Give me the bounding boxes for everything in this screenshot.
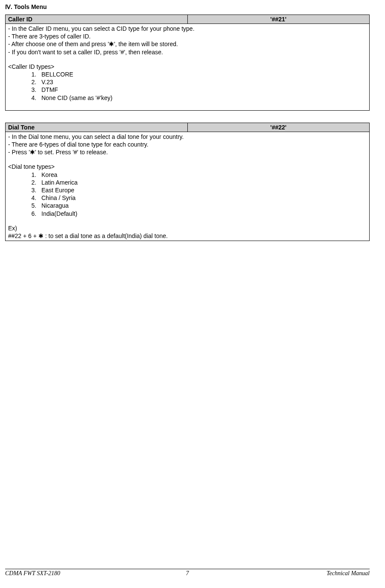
body-line: - There are 3-types of caller ID. <box>8 32 367 40</box>
list-item: Korea <box>38 171 367 179</box>
body-cell: - In the Caller ID menu, you can select … <box>6 24 370 111</box>
footer-right: Technical Manual <box>327 570 370 577</box>
header-left-cell: Dial Tone <box>6 123 188 132</box>
body-line: - There are 6-types of dial tone type fo… <box>8 141 367 148</box>
footer-page-number: 7 <box>186 570 189 577</box>
body-line: - If you don't want to set a caller ID, … <box>8 48 367 56</box>
caller-id-table: Caller ID '##21' - In the Caller ID menu… <box>5 15 370 111</box>
list-item: China / Syria <box>38 194 367 202</box>
table-header-row: Caller ID '##21' <box>6 15 370 24</box>
body-line: - In the Dial tone menu, you can select … <box>8 133 367 141</box>
caller-id-types-list: BELLCORE V.23 DTMF None CID (same as '#'… <box>8 71 367 102</box>
list-item: East Europe <box>38 186 367 194</box>
table-body-row: - In the Caller ID menu, you can select … <box>6 24 370 111</box>
body-cell: - In the Dial tone menu, you can select … <box>6 132 370 241</box>
list-title: <Dial tone types> <box>8 163 367 171</box>
list-item: None CID (same as '#'key) <box>38 94 367 102</box>
spacer <box>8 102 367 109</box>
body-line: - After choose one of them and press '✱'… <box>8 40 367 48</box>
list-item: India(Default) <box>38 210 367 218</box>
list-item: Nicaragua <box>38 202 367 209</box>
table-body-row: - In the Dial tone menu, you can select … <box>6 132 370 241</box>
dial-tone-types-list: Korea Latin America East Europe China / … <box>8 171 367 218</box>
section-title: Ⅳ. Tools Menu <box>5 3 370 10</box>
body-line: - Press '✱' to set. Press '#' to release… <box>8 148 367 156</box>
list-item: Latin America <box>38 179 367 186</box>
list-item: DTMF <box>38 86 367 94</box>
example-label: Ex) <box>8 224 367 232</box>
list-title: <Caller ID types> <box>8 63 367 71</box>
header-right-cell: '##21' <box>187 15 370 24</box>
list-item: V.23 <box>38 78 367 86</box>
example-text: ##22 + 6 + ✱ : to set a dial tone as a d… <box>8 232 367 240</box>
table-header-row: Dial Tone '##22' <box>6 123 370 132</box>
header-left-cell: Caller ID <box>6 15 188 24</box>
list-item: BELLCORE <box>38 71 367 78</box>
dial-tone-table: Dial Tone '##22' - In the Dial tone menu… <box>5 123 370 241</box>
footer-left: CDMA FWT SXT-2180 <box>5 570 60 577</box>
body-line: - In the Caller ID menu, you can select … <box>8 25 367 32</box>
page-footer: CDMA FWT SXT-2180 7 Technical Manual <box>5 569 370 577</box>
header-right-cell: '##22' <box>187 123 370 132</box>
